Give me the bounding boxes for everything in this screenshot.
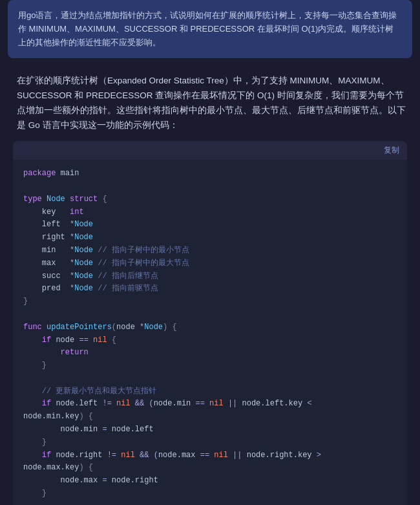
code-content: package main type Node struct { key int … bbox=[13, 160, 407, 505]
code-header: 复制 bbox=[13, 141, 407, 160]
copy-button[interactable]: 复制 bbox=[384, 145, 399, 156]
main-container: 用go语言，通过为结点增加指针的方式，试说明如何在扩展的顺序统计树上，支持每一动… bbox=[0, 0, 420, 505]
intro-block: 用go语言，通过为结点增加指针的方式，试说明如何在扩展的顺序统计树上，支持每一动… bbox=[8, 0, 412, 58]
code-block-container: 复制 package main type Node struct { key i… bbox=[13, 141, 407, 505]
intro-text: 用go语言，通过为结点增加指针的方式，试说明如何在扩展的顺序统计树上，支持每一动… bbox=[18, 10, 397, 47]
response-wrapper: 在扩张的顺序统计树（Expanded Order Statistic Tree）… bbox=[10, 74, 410, 133]
code-pre: package main type Node struct { key int … bbox=[23, 167, 397, 505]
response-text: 在扩张的顺序统计树（Expanded Order Statistic Tree）… bbox=[17, 74, 410, 133]
response-block: 在扩张的顺序统计树（Expanded Order Statistic Tree）… bbox=[0, 66, 420, 505]
